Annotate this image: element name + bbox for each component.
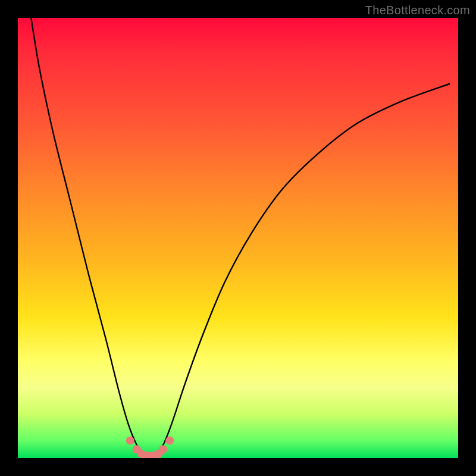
chart-frame: TheBottleneck.com (0, 0, 476, 476)
plot-area (18, 18, 458, 458)
watermark-text: TheBottleneck.com (365, 4, 470, 17)
valley-markers (126, 436, 174, 458)
valley-dot (159, 445, 167, 453)
valley-dot (165, 436, 174, 444)
bottleneck-curve-svg (18, 18, 458, 458)
valley-dot (126, 436, 134, 444)
bottleneck-curve (31, 18, 449, 456)
